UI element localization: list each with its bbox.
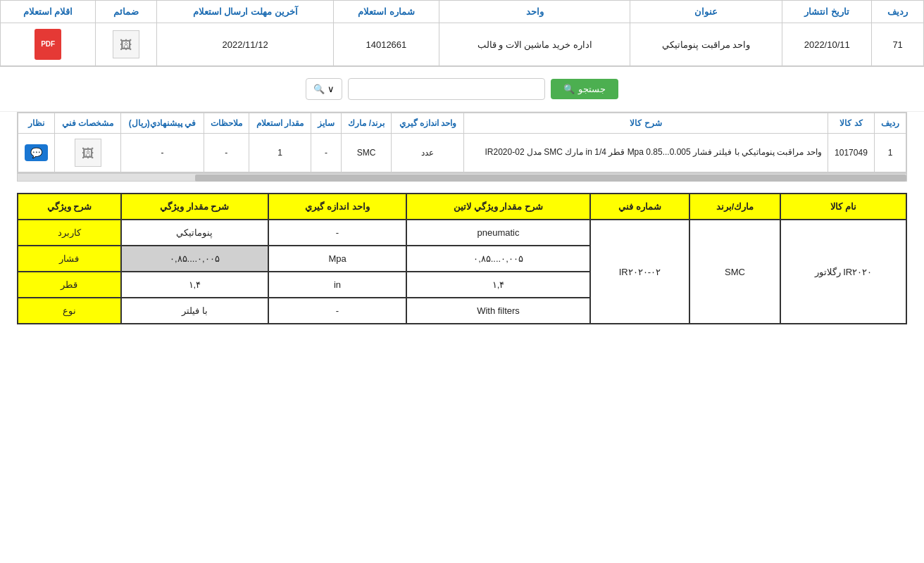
cell-feature: قطر xyxy=(18,272,121,298)
cell-unit: - xyxy=(268,220,406,246)
cell-qty: ۰,۰۰۵....۰,۸۵ xyxy=(121,246,268,272)
fth-unit: واحد اندازه گيري xyxy=(268,194,406,220)
merged-part-number: IR۲۰۲۰-۰۲ xyxy=(590,220,689,324)
col-items: اقلام استعلام xyxy=(1,1,96,23)
search-icon-2: 🔍 xyxy=(313,84,325,94)
col-publish-date: تاريخ انتشار xyxy=(782,1,872,23)
th-brand: برند/ مارك xyxy=(341,113,392,134)
cell-inquiry-number: 14012661 xyxy=(333,23,439,66)
cell-qty: با فيلتر xyxy=(121,298,268,324)
td-nazarat[interactable]: 💬 xyxy=(18,134,55,172)
cell-last-deadline: 2022/11/12 xyxy=(157,23,334,66)
fth-latin-qty: شرح مقدار ويژگي لاتين xyxy=(406,194,589,220)
th-code: كد كالا xyxy=(828,113,874,134)
cell-latin-qty: With filters xyxy=(406,298,589,324)
search-input[interactable] xyxy=(348,78,545,100)
th-tech-specs: مشخصات فني xyxy=(55,113,121,134)
td-code: 1017049 xyxy=(828,134,874,172)
cell-items xyxy=(1,23,96,66)
th-unit: واحد اندازه گيري xyxy=(392,113,464,134)
inner-table-row: 1 1017049 واحد مراقبت پنوماتيكي با فيلتر… xyxy=(18,134,906,172)
search-dropdown-button[interactable]: ∨ 🔍 xyxy=(306,78,342,100)
table-row: 71 2022/10/11 واحد مراقبت پنوماتيكي ادار… xyxy=(1,23,924,66)
search-section: جستجو 🔍 ∨ 🔍 xyxy=(0,67,924,112)
cell-unit: - xyxy=(268,298,406,324)
cell-feature: كاربرد xyxy=(18,220,121,246)
td-tech-specs[interactable]: 🖼 xyxy=(55,134,121,172)
cell-feature: فشار xyxy=(18,246,121,272)
search-button-label: جستجو xyxy=(578,84,606,94)
cell-unit: Mpa xyxy=(268,246,406,272)
th-size: سايز xyxy=(311,113,342,134)
merged-brand: SMC xyxy=(689,220,780,324)
cell-attachments: 🖼 xyxy=(96,23,157,66)
feature-table-container: نام كالا مارك/برند شماره فني شرح مقدار و… xyxy=(17,193,907,324)
cell-latin-qty: ۱,۴ xyxy=(406,272,589,298)
cell-latin-qty: pneumatic xyxy=(406,220,589,246)
td-brand: SMC xyxy=(341,134,392,172)
fth-product-name: نام كالا xyxy=(780,194,906,220)
th-name: شرح كالا xyxy=(464,113,828,134)
fth-brand: مارك/برند xyxy=(689,194,780,220)
tech-specs-image-icon[interactable]: 🖼 xyxy=(75,139,101,167)
cell-radif: 71 xyxy=(872,23,924,66)
col-last-deadline: آخرين مهلت ارسال استعلام xyxy=(157,1,334,23)
cell-unit: in xyxy=(268,272,406,298)
inner-table-container: رديف كد كالا شرح كالا واحد اندازه گيري ب… xyxy=(17,112,907,173)
merged-product-name: IR۲۰۲۰ رگلاتور xyxy=(780,220,906,324)
td-notes: - xyxy=(204,134,249,172)
search-icon: 🔍 xyxy=(563,84,575,94)
chat-icon[interactable]: 💬 xyxy=(25,144,48,161)
cell-latin-qty: ۰,۰۰۵....۰,۸۵ xyxy=(406,246,589,272)
th-qty: مقدار استعلام xyxy=(249,113,311,134)
cell-qty: پنوماتيكي xyxy=(121,220,268,246)
col-inquiry-number: شماره استعلام xyxy=(333,1,439,23)
search-button[interactable]: جستجو 🔍 xyxy=(551,79,618,99)
td-size: - xyxy=(311,134,342,172)
feature-table-row: IR۲۰۲۰ رگلاتورSMCIR۲۰۲۰-۰۲pneumatic-پنوم… xyxy=(18,220,906,246)
col-title: عنوان xyxy=(630,1,782,23)
td-radif: 1 xyxy=(875,134,906,172)
fth-feature: شرح ويژگي xyxy=(18,194,121,220)
fth-part-number: شماره فني xyxy=(590,194,689,220)
cell-title: واحد مراقبت پنوماتيكي xyxy=(630,23,782,66)
th-proposed-price: في پيشنهادي(ريال) xyxy=(121,113,204,134)
cell-unit: اداره خريد ماشين الات و قالب xyxy=(439,23,630,66)
th-nazarat: نظار xyxy=(18,113,55,134)
cell-publish-date: 2022/10/11 xyxy=(782,23,872,66)
horizontal-scrollbar[interactable] xyxy=(17,173,907,182)
col-attachments: ضمائم xyxy=(96,1,157,23)
scrollbar-thumb[interactable] xyxy=(195,175,906,182)
col-unit: واحد xyxy=(439,1,630,23)
cell-feature: نوع xyxy=(18,298,121,324)
td-qty: 1 xyxy=(249,134,311,172)
cell-qty: ۱,۴ xyxy=(121,272,268,298)
td-proposed-price: - xyxy=(121,134,204,172)
th-notes: ملاحظات xyxy=(204,113,249,134)
chevron-down-icon: ∨ xyxy=(327,84,335,94)
image-icon[interactable]: 🖼 xyxy=(113,30,139,58)
th-radif: رديف xyxy=(875,113,906,134)
col-radif: رديف xyxy=(872,1,924,23)
fth-qty: شرح مقدار ويژگي xyxy=(121,194,268,220)
td-description: واحد مراقبت پنوماتيكي با فيلتر فشار 0.00… xyxy=(464,134,828,172)
pdf-icon[interactable] xyxy=(35,29,61,60)
td-unit: عدد xyxy=(392,134,464,172)
